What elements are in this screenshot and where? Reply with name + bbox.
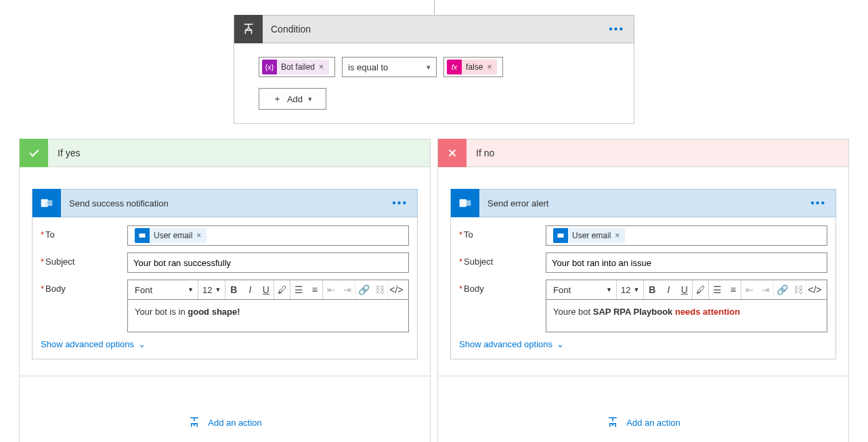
- token-remove-icon[interactable]: ×: [613, 231, 621, 240]
- operator-dropdown[interactable]: is equal to ▾: [342, 57, 437, 77]
- code-view-button[interactable]: </>: [388, 280, 404, 299]
- chevron-down-icon: ▾: [427, 63, 431, 72]
- code-view-button[interactable]: </>: [806, 280, 823, 299]
- editor-toolbar: Font▼ 12▼ B I U 🖊 ☰ ≡ ⇤ ⇥ 🔗: [127, 280, 409, 300]
- token-remove-icon[interactable]: ×: [318, 62, 325, 72]
- bullet-list-button[interactable]: ☰: [290, 280, 307, 299]
- subject-input[interactable]: [127, 252, 409, 273]
- font-dropdown[interactable]: Font▼: [549, 280, 617, 299]
- indent-right-button[interactable]: ⇥: [758, 280, 774, 299]
- email-dynamic-icon: [553, 228, 568, 243]
- condition-right-operand[interactable]: fx false ×: [443, 57, 503, 77]
- error-action-card: Send error alert ••• *To User email ×: [450, 189, 836, 359]
- condition-card: Condition ••• {x} Bot failed × is equal …: [234, 15, 634, 124]
- indent-left-button[interactable]: ⇤: [741, 280, 758, 299]
- italic-button[interactable]: I: [660, 280, 676, 299]
- chevron-down-icon: ▾: [308, 95, 312, 104]
- highlight-button[interactable]: 🖊: [693, 280, 709, 299]
- add-action-button[interactable]: Add an action: [606, 416, 680, 429]
- token-remove-icon[interactable]: ×: [195, 231, 202, 240]
- number-list-button[interactable]: ≡: [307, 280, 323, 299]
- bot-failed-token[interactable]: {x} Bot failed ×: [262, 60, 329, 74]
- action-more-menu[interactable]: •••: [383, 197, 417, 209]
- add-action-icon: [188, 416, 201, 429]
- error-action-header[interactable]: Send error alert •••: [450, 189, 836, 217]
- svg-rect-5: [558, 234, 564, 238]
- link-button[interactable]: 🔗: [774, 280, 790, 299]
- bold-button[interactable]: B: [644, 280, 660, 299]
- underline-button[interactable]: U: [258, 280, 274, 299]
- underline-button[interactable]: U: [676, 280, 693, 299]
- check-icon: [20, 139, 48, 167]
- if-no-header[interactable]: If no: [437, 139, 849, 167]
- no-branch: If no Send error alert ••• *To: [437, 139, 849, 442]
- font-size-dropdown[interactable]: 12▼: [617, 280, 644, 299]
- connector-line: [434, 0, 435, 15]
- link-button[interactable]: 🔗: [355, 280, 372, 299]
- false-token[interactable]: fx false ×: [447, 60, 497, 74]
- fx-icon: fx: [447, 60, 462, 74]
- subject-input[interactable]: [546, 252, 827, 273]
- to-field[interactable]: User email ×: [546, 225, 827, 246]
- condition-title: Condition: [263, 24, 599, 35]
- add-action-icon: [606, 416, 620, 429]
- condition-left-operand[interactable]: {x} Bot failed ×: [259, 57, 335, 77]
- close-icon: [438, 139, 466, 167]
- svg-rect-2: [139, 234, 146, 238]
- number-list-button[interactable]: ≡: [725, 280, 741, 299]
- body-editor[interactable]: Your bot is in good shape!: [127, 300, 409, 332]
- bullet-list-button[interactable]: ☰: [709, 280, 725, 299]
- token-remove-icon[interactable]: ×: [485, 62, 493, 72]
- add-condition-button[interactable]: ＋ Add ▾: [259, 88, 326, 110]
- outlook-icon: [32, 189, 61, 217]
- font-size-dropdown[interactable]: 12▼: [198, 280, 225, 299]
- yes-branch: If yes Send success notification ••• *To: [19, 139, 431, 442]
- italic-button[interactable]: I: [242, 280, 258, 299]
- if-yes-header[interactable]: If yes: [19, 139, 431, 167]
- show-advanced-toggle[interactable]: Show advanced options ⌄: [41, 339, 409, 349]
- email-dynamic-icon: [135, 228, 150, 243]
- outlook-icon: [451, 189, 479, 217]
- user-email-token[interactable]: User email ×: [553, 228, 625, 243]
- body-editor[interactable]: Youre bot SAP RPA Playbook needs attenti…: [546, 300, 827, 332]
- svg-rect-4: [464, 200, 471, 206]
- condition-body: {x} Bot failed × is equal to ▾ fx false …: [234, 43, 634, 124]
- chevron-down-icon: ⌄: [557, 339, 564, 349]
- to-field[interactable]: User email ×: [127, 225, 409, 246]
- condition-header[interactable]: Condition •••: [234, 15, 634, 43]
- action-more-menu[interactable]: •••: [801, 197, 836, 209]
- condition-icon: [234, 15, 263, 43]
- unlink-button[interactable]: ⛓: [790, 280, 806, 299]
- editor-toolbar: Font▼ 12▼ B I U 🖊 ☰ ≡ ⇤ ⇥ 🔗: [546, 280, 827, 300]
- chevron-down-icon: ⌄: [138, 339, 146, 349]
- expression-icon: {x}: [262, 60, 277, 74]
- highlight-button[interactable]: 🖊: [274, 280, 290, 299]
- unlink-button[interactable]: ⛓: [372, 280, 388, 299]
- show-advanced-toggle[interactable]: Show advanced options ⌄: [459, 339, 827, 349]
- success-action-card: Send success notification ••• *To User e…: [32, 189, 418, 359]
- plus-icon: ＋: [273, 93, 282, 105]
- indent-left-button[interactable]: ⇤: [323, 280, 339, 299]
- bold-button[interactable]: B: [225, 280, 242, 299]
- font-dropdown[interactable]: Font▼: [131, 280, 198, 299]
- branches-container: If yes Send success notification ••• *To: [0, 139, 868, 442]
- success-action-header[interactable]: Send success notification •••: [32, 189, 418, 217]
- user-email-token[interactable]: User email ×: [135, 228, 207, 243]
- condition-more-menu[interactable]: •••: [599, 23, 634, 35]
- add-action-button[interactable]: Add an action: [188, 416, 262, 429]
- indent-right-button[interactable]: ⇥: [339, 280, 355, 299]
